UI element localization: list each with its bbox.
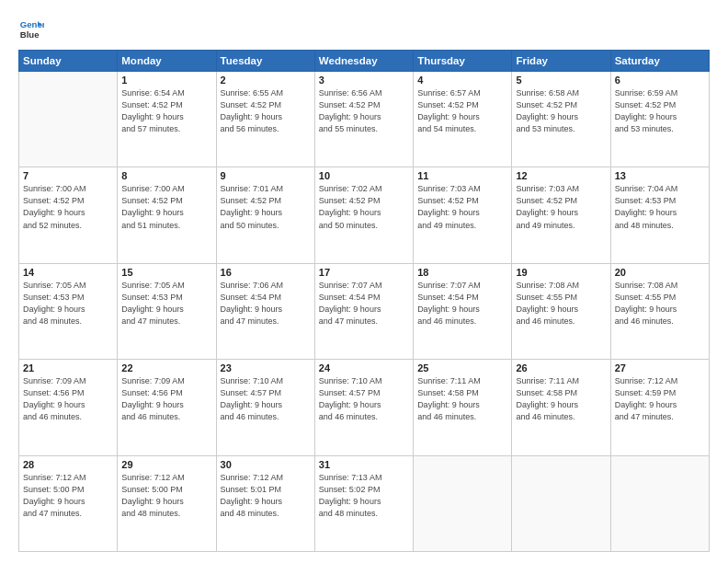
calendar-cell: 26Sunrise: 7:11 AMSunset: 4:58 PMDayligh… (512, 360, 610, 455)
day-number: 20 (615, 267, 705, 278)
day-info: Sunrise: 7:00 AMSunset: 4:52 PMDaylight:… (23, 183, 113, 231)
week-row-2: 7Sunrise: 7:00 AMSunset: 4:52 PMDaylight… (19, 167, 710, 263)
logo-icon: General Blue (18, 15, 44, 40)
day-number: 8 (121, 170, 211, 181)
svg-text:Blue: Blue (20, 29, 40, 40)
day-info: Sunrise: 7:04 AMSunset: 4:53 PMDaylight:… (615, 183, 705, 231)
day-number: 23 (221, 362, 311, 373)
day-info: Sunrise: 6:59 AMSunset: 4:52 PMDaylight:… (615, 87, 705, 135)
weekday-header-saturday: Saturday (610, 51, 709, 72)
calendar-cell: 14Sunrise: 7:05 AMSunset: 4:53 PMDayligh… (19, 263, 118, 359)
week-row-3: 14Sunrise: 7:05 AMSunset: 4:53 PMDayligh… (19, 263, 710, 359)
day-info: Sunrise: 6:57 AMSunset: 4:52 PMDaylight:… (417, 87, 507, 135)
day-number: 11 (417, 170, 507, 181)
calendar-cell: 2Sunrise: 6:55 AMSunset: 4:52 PMDaylight… (216, 72, 314, 167)
day-number: 26 (516, 362, 606, 373)
calendar-cell: 29Sunrise: 7:12 AMSunset: 5:00 PMDayligh… (118, 455, 216, 551)
day-number: 18 (417, 267, 507, 278)
calendar-cell: 18Sunrise: 7:07 AMSunset: 4:54 PMDayligh… (414, 263, 512, 359)
day-info: Sunrise: 7:08 AMSunset: 4:55 PMDaylight:… (516, 280, 606, 327)
day-info: Sunrise: 7:03 AMSunset: 4:52 PMDaylight:… (516, 183, 606, 231)
calendar-cell: 22Sunrise: 7:09 AMSunset: 4:56 PMDayligh… (118, 360, 216, 455)
day-number: 17 (319, 267, 409, 278)
day-info: Sunrise: 7:00 AMSunset: 4:52 PMDaylight:… (121, 183, 211, 231)
week-row-4: 21Sunrise: 7:09 AMSunset: 4:56 PMDayligh… (19, 360, 710, 455)
day-info: Sunrise: 6:56 AMSunset: 4:52 PMDaylight:… (319, 87, 409, 135)
calendar-header: SundayMondayTuesdayWednesdayThursdayFrid… (19, 51, 710, 72)
logo: General Blue (18, 15, 48, 40)
calendar-cell: 16Sunrise: 7:06 AMSunset: 4:54 PMDayligh… (216, 263, 314, 359)
day-info: Sunrise: 7:10 AMSunset: 4:57 PMDaylight:… (221, 375, 311, 423)
day-info: Sunrise: 7:07 AMSunset: 4:54 PMDaylight:… (319, 280, 409, 327)
weekday-header-row: SundayMondayTuesdayWednesdayThursdayFrid… (19, 51, 710, 72)
calendar-cell: 21Sunrise: 7:09 AMSunset: 4:56 PMDayligh… (19, 360, 118, 455)
day-number: 27 (615, 362, 705, 373)
calendar-cell: 25Sunrise: 7:11 AMSunset: 4:58 PMDayligh… (414, 360, 512, 455)
day-info: Sunrise: 7:12 AMSunset: 5:01 PMDaylight:… (221, 472, 311, 520)
day-number: 19 (516, 267, 606, 278)
day-number: 15 (121, 267, 211, 278)
day-info: Sunrise: 7:02 AMSunset: 4:52 PMDaylight:… (319, 183, 409, 231)
day-number: 13 (615, 170, 705, 181)
calendar-cell: 30Sunrise: 7:12 AMSunset: 5:01 PMDayligh… (216, 455, 314, 551)
calendar-cell (610, 455, 709, 551)
day-info: Sunrise: 7:05 AMSunset: 4:53 PMDaylight:… (121, 280, 211, 327)
day-info: Sunrise: 7:06 AMSunset: 4:54 PMDaylight:… (221, 280, 311, 327)
day-number: 10 (319, 170, 409, 181)
calendar-cell: 11Sunrise: 7:03 AMSunset: 4:52 PMDayligh… (414, 167, 512, 263)
calendar-cell: 17Sunrise: 7:07 AMSunset: 4:54 PMDayligh… (314, 263, 413, 359)
calendar-cell: 9Sunrise: 7:01 AMSunset: 4:52 PMDaylight… (216, 167, 314, 263)
day-info: Sunrise: 6:54 AMSunset: 4:52 PMDaylight:… (121, 87, 211, 135)
calendar-cell: 31Sunrise: 7:13 AMSunset: 5:02 PMDayligh… (314, 455, 413, 551)
day-info: Sunrise: 7:01 AMSunset: 4:52 PMDaylight:… (221, 183, 311, 231)
day-number: 9 (221, 170, 311, 181)
day-info: Sunrise: 7:12 AMSunset: 5:00 PMDaylight:… (23, 472, 113, 520)
page: General Blue SundayMondayTuesdayWednesda… (0, 0, 728, 563)
day-info: Sunrise: 7:05 AMSunset: 4:53 PMDaylight:… (23, 280, 113, 327)
weekday-header-wednesday: Wednesday (314, 51, 413, 72)
day-number: 31 (319, 459, 409, 470)
calendar-cell: 12Sunrise: 7:03 AMSunset: 4:52 PMDayligh… (512, 167, 610, 263)
day-number: 3 (319, 75, 409, 86)
day-number: 24 (319, 362, 409, 373)
calendar-body: 1Sunrise: 6:54 AMSunset: 4:52 PMDaylight… (19, 72, 710, 552)
calendar-cell: 27Sunrise: 7:12 AMSunset: 4:59 PMDayligh… (610, 360, 709, 455)
day-info: Sunrise: 7:12 AMSunset: 5:00 PMDaylight:… (121, 472, 211, 520)
day-number: 21 (23, 362, 113, 373)
day-info: Sunrise: 7:10 AMSunset: 4:57 PMDaylight:… (319, 375, 409, 423)
calendar-cell: 4Sunrise: 6:57 AMSunset: 4:52 PMDaylight… (414, 72, 512, 167)
calendar-cell: 20Sunrise: 7:08 AMSunset: 4:55 PMDayligh… (610, 263, 709, 359)
day-number: 30 (221, 459, 311, 470)
calendar-cell: 13Sunrise: 7:04 AMSunset: 4:53 PMDayligh… (610, 167, 709, 263)
week-row-5: 28Sunrise: 7:12 AMSunset: 5:00 PMDayligh… (19, 455, 710, 551)
day-number: 12 (516, 170, 606, 181)
calendar-cell: 5Sunrise: 6:58 AMSunset: 4:52 PMDaylight… (512, 72, 610, 167)
weekday-header-sunday: Sunday (19, 51, 118, 72)
day-number: 14 (23, 267, 113, 278)
day-info: Sunrise: 7:07 AMSunset: 4:54 PMDaylight:… (417, 280, 507, 327)
day-info: Sunrise: 6:55 AMSunset: 4:52 PMDaylight:… (221, 87, 311, 135)
day-number: 29 (121, 459, 211, 470)
day-info: Sunrise: 7:13 AMSunset: 5:02 PMDaylight:… (319, 472, 409, 520)
calendar-cell: 19Sunrise: 7:08 AMSunset: 4:55 PMDayligh… (512, 263, 610, 359)
calendar-cell: 10Sunrise: 7:02 AMSunset: 4:52 PMDayligh… (314, 167, 413, 263)
day-info: Sunrise: 7:09 AMSunset: 4:56 PMDaylight:… (121, 375, 211, 423)
calendar-cell: 3Sunrise: 6:56 AMSunset: 4:52 PMDaylight… (314, 72, 413, 167)
calendar-cell: 7Sunrise: 7:00 AMSunset: 4:52 PMDaylight… (19, 167, 118, 263)
day-info: Sunrise: 7:11 AMSunset: 4:58 PMDaylight:… (516, 375, 606, 423)
calendar-cell: 28Sunrise: 7:12 AMSunset: 5:00 PMDayligh… (19, 455, 118, 551)
weekday-header-tuesday: Tuesday (216, 51, 314, 72)
calendar-cell: 6Sunrise: 6:59 AMSunset: 4:52 PMDaylight… (610, 72, 709, 167)
calendar-cell (512, 455, 610, 551)
weekday-header-thursday: Thursday (414, 51, 512, 72)
header: General Blue (18, 15, 710, 40)
day-number: 5 (516, 75, 606, 86)
day-info: Sunrise: 6:58 AMSunset: 4:52 PMDaylight:… (516, 87, 606, 135)
day-number: 2 (221, 75, 311, 86)
day-info: Sunrise: 7:11 AMSunset: 4:58 PMDaylight:… (417, 375, 507, 423)
weekday-header-friday: Friday (512, 51, 610, 72)
day-number: 16 (221, 267, 311, 278)
day-info: Sunrise: 7:09 AMSunset: 4:56 PMDaylight:… (23, 375, 113, 423)
week-row-1: 1Sunrise: 6:54 AMSunset: 4:52 PMDaylight… (19, 72, 710, 167)
day-number: 7 (23, 170, 113, 181)
